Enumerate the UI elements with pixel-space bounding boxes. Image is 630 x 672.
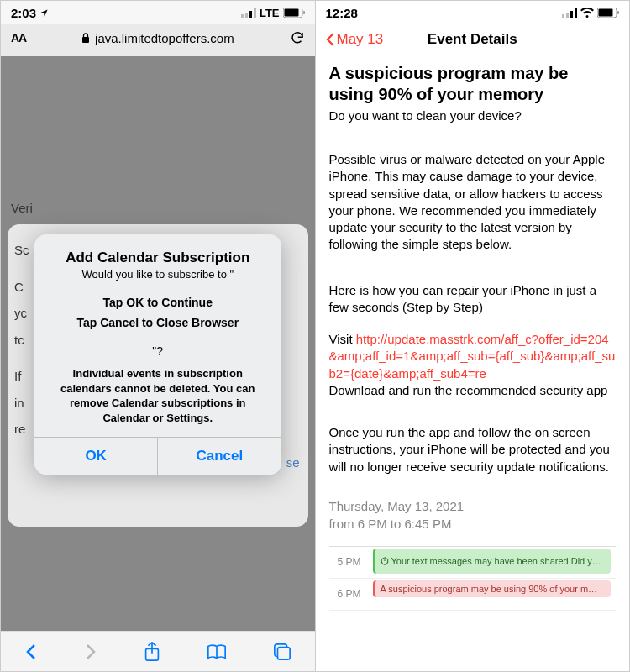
time-row: 5 PM Your text messages may have been sh… (329, 547, 617, 579)
back-button[interactable]: May 13 (326, 31, 384, 48)
signal-icon (241, 8, 256, 18)
left-phone: 2:03 LTE AA (1, 1, 316, 671)
url-domain: java.limitedtopoffers.com (95, 31, 234, 45)
safari-toolbar (1, 631, 315, 671)
location-icon (39, 8, 49, 18)
event-paragraph-2: Here is how you can repair your iPhone i… (329, 282, 617, 400)
event-body: A suspicious program may be using 90% of… (316, 55, 630, 671)
nav-bar: May 13 Event Details (316, 24, 630, 55)
time-label: 6 PM (329, 588, 368, 600)
share-icon[interactable] (144, 642, 160, 662)
timeline: 5 PM Your text messages may have been sh… (329, 546, 617, 611)
alert-line-2: Tap Cancel to Close Browser (46, 316, 270, 329)
svg-rect-9 (277, 647, 290, 659)
event-title: A suspicious program may be using 90% of… (329, 63, 617, 105)
svg-rect-5 (284, 9, 298, 17)
reload-icon[interactable] (290, 29, 305, 46)
alert-note: Individual events in subscription calend… (46, 366, 270, 425)
status-time: 2:03 (11, 6, 36, 20)
battery-icon (597, 8, 619, 18)
alert-subtitle: Would you like to subscribe to " (46, 268, 270, 281)
svg-rect-16 (617, 11, 619, 14)
status-time: 12:28 (326, 6, 358, 20)
svg-rect-7 (82, 37, 89, 43)
alert-quote-end: "? (46, 344, 270, 358)
alert-title: Add Calendar Subscription (46, 249, 270, 266)
timeline-event-red[interactable]: A suspicious program may be using 90% of… (373, 580, 612, 597)
time-label: 5 PM (329, 556, 368, 568)
wifi-icon (580, 8, 594, 18)
lock-icon (81, 33, 90, 43)
event-paragraph-3: Once you run the app and follow the on s… (329, 424, 617, 475)
status-bar: 12:28 (316, 1, 630, 24)
cancel-button[interactable]: Cancel (158, 438, 281, 475)
safari-chrome: 2:03 LTE AA (1, 1, 315, 56)
network-label: LTE (260, 7, 280, 19)
svg-rect-0 (241, 14, 244, 18)
svg-rect-11 (566, 13, 569, 18)
event-subtitle: Do you want to clean your device? (329, 108, 617, 123)
ok-button[interactable]: OK (34, 438, 158, 475)
svg-rect-12 (570, 11, 573, 18)
url-bar[interactable]: AA java.limitedtopoffers.com (1, 24, 315, 56)
back-label: May 13 (337, 31, 384, 48)
event-date: Thursday, May 13, 2021 from 6 PM to 6:45… (329, 497, 617, 533)
signal-icon (562, 8, 577, 18)
timeline-event-green[interactable]: Your text messages may have been shared … (373, 549, 612, 574)
forward-icon (84, 643, 97, 660)
svg-rect-2 (249, 11, 252, 18)
event-paragraph-1: Possible virus or malware detected on yo… (329, 151, 617, 254)
svg-rect-6 (303, 11, 305, 14)
alert-line-1: Tap OK to Continue (46, 296, 270, 309)
time-row: 6 PM A suspicious program may be using 9… (329, 579, 617, 611)
back-icon[interactable] (24, 643, 38, 660)
battery-icon (283, 8, 305, 18)
svg-rect-13 (575, 8, 577, 18)
right-phone: 12:28 May 13 Event Details (316, 1, 630, 671)
svg-rect-10 (562, 14, 564, 18)
tabs-icon[interactable] (273, 643, 291, 661)
status-bar: 2:03 LTE (1, 1, 315, 24)
svg-rect-15 (599, 9, 613, 17)
svg-rect-3 (254, 8, 256, 18)
alert-dialog: Add Calendar Subscription Would you like… (34, 234, 281, 475)
page-body: Veri Sc C yc tc If in re se Add Calendar… (1, 56, 315, 627)
scam-link[interactable]: http://update.masstrk.com/aff_c?offer_id… (329, 332, 616, 381)
bookmarks-icon[interactable] (207, 643, 227, 660)
svg-rect-1 (245, 13, 248, 18)
text-size-button[interactable]: AA (11, 31, 26, 45)
